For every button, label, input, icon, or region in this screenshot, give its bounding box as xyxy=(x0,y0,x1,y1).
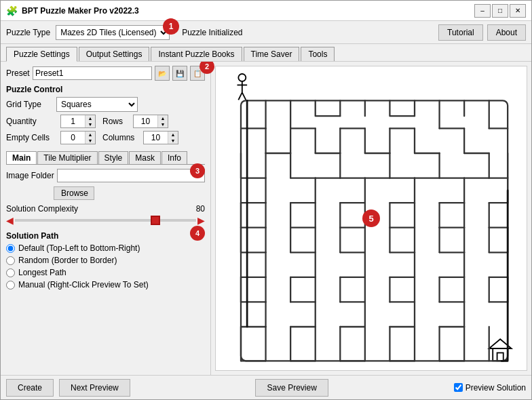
browse-button[interactable]: Browse xyxy=(54,186,94,200)
solution-complexity-row: Solution Complexity 80 xyxy=(6,204,205,214)
puzzle-control-section: Puzzle Control Grid Type Squares Hexagon… xyxy=(6,85,205,147)
radio-manual-input[interactable] xyxy=(6,281,15,289)
quantity-label: Quantity xyxy=(6,117,54,126)
quantity-down[interactable]: ▼ xyxy=(86,121,95,127)
slider-thumb[interactable] xyxy=(151,216,160,225)
quantity-up[interactable]: ▲ xyxy=(86,115,95,121)
badge-1: 1 xyxy=(163,18,179,35)
inner-tab-main[interactable]: Main xyxy=(6,151,37,164)
title-bar: 🧩 BPT Puzzle Maker Pro v2022.3 – □ ✕ xyxy=(1,1,531,21)
inner-tabs: Main Tile Multiplier Style Mask Info xyxy=(6,151,205,165)
rows-value[interactable] xyxy=(134,117,157,126)
grid-type-row: Grid Type Squares Hexagonal Triangular xyxy=(6,97,205,112)
preset-open-button[interactable]: 📂 xyxy=(155,66,170,81)
empty-cols-row: Empty Cells ▲ ▼ Columns ▲ ▼ xyxy=(6,131,205,144)
about-button[interactable]: About xyxy=(487,24,526,41)
preset-row: Preset 📂 💾 📋 2 xyxy=(6,66,205,81)
content-area: Preset 📂 💾 📋 2 Puzzle Control Grid Type xyxy=(1,62,531,375)
close-button[interactable]: ✕ xyxy=(510,4,526,18)
radio-manual-label: Manual (Right-Click Preview To Set) xyxy=(18,280,149,289)
app-title: BPT Puzzle Maker Pro v2022.3 xyxy=(22,6,470,16)
rows-spinner[interactable]: ▲ ▼ xyxy=(133,115,168,128)
rows-label: Rows xyxy=(102,117,126,126)
radio-longest: Longest Path xyxy=(6,268,205,277)
preview-solution-checkbox[interactable] xyxy=(454,383,463,392)
slider-left-arrow[interactable]: ◀ xyxy=(6,215,14,226)
inner-tab-mask[interactable]: Mask xyxy=(129,151,161,164)
preset-input[interactable] xyxy=(33,66,152,80)
tab-time-saver[interactable]: Time Saver xyxy=(244,47,300,61)
quantity-value[interactable] xyxy=(61,117,85,126)
radio-manual: Manual (Right-Click Preview To Set) xyxy=(6,280,205,289)
image-folder-row: Image Folder xyxy=(6,169,205,182)
solution-complexity-section: Solution Complexity 80 ◀ ▶ xyxy=(6,204,205,226)
puzzle-type-select[interactable]: Mazes 2D Tiles (Licensed) xyxy=(56,25,170,40)
tab-output-settings[interactable]: Output Settings xyxy=(79,47,150,61)
solution-path-group: 4 Solution Path Default (Top-Left to Bot… xyxy=(6,231,205,289)
inner-tab-tile-multiplier[interactable]: Tile Multiplier xyxy=(37,151,97,164)
bottom-bar: Create Next Preview Save Preview Preview… xyxy=(1,375,531,399)
slider-right-arrow[interactable]: ▶ xyxy=(197,215,205,226)
badge-4: 4 xyxy=(190,226,205,241)
header-buttons: Tutorial About xyxy=(438,24,526,41)
quantity-arrows: ▲ ▼ xyxy=(85,115,95,127)
solution-complexity-value: 80 xyxy=(188,204,205,214)
radio-random-input[interactable] xyxy=(6,256,15,265)
columns-value[interactable] xyxy=(144,133,168,142)
empty-cells-value[interactable] xyxy=(61,133,85,142)
puzzle-type-label: Puzzle Type xyxy=(6,28,50,37)
main-tab-content: 3 Image Folder Browse Solution Complexit… xyxy=(6,169,205,294)
next-preview-button[interactable]: Next Preview xyxy=(59,379,130,397)
quantity-rows-row: Quantity ▲ ▼ Rows ▲ ▼ xyxy=(6,115,205,128)
tab-puzzle-settings[interactable]: Puzzle Settings xyxy=(6,47,77,62)
slider-track[interactable] xyxy=(15,219,196,222)
columns-up[interactable]: ▲ xyxy=(168,132,178,138)
inner-tab-style[interactable]: Style xyxy=(98,151,129,164)
toolbar: Puzzle Type Mazes 2D Tiles (Licensed) 1 … xyxy=(1,21,531,44)
inner-tab-info[interactable]: Info xyxy=(162,151,187,164)
slider-container: ◀ ▶ xyxy=(6,215,205,226)
columns-label: Columns xyxy=(102,133,136,142)
main-window: 🧩 BPT Puzzle Maker Pro v2022.3 – □ ✕ Puz… xyxy=(0,0,532,400)
create-button[interactable]: Create xyxy=(6,379,54,397)
empty-cells-up[interactable]: ▲ xyxy=(86,132,95,138)
radio-default-label: Default (Top-Left to Bottom-Right) xyxy=(18,243,140,253)
preset-label: Preset xyxy=(6,68,30,78)
right-panel: 5 xyxy=(211,62,531,375)
save-preview-button[interactable]: Save Preview xyxy=(255,379,328,397)
rows-up[interactable]: ▲ xyxy=(158,115,168,121)
empty-cells-spinner[interactable]: ▲ ▼ xyxy=(60,131,96,144)
maximize-button[interactable]: □ xyxy=(492,4,508,18)
tab-instant-puzzle-books[interactable]: Instant Puzzle Books xyxy=(151,47,242,61)
window-controls: – □ ✕ xyxy=(474,4,526,18)
columns-down[interactable]: ▼ xyxy=(168,138,178,144)
columns-spinner[interactable]: ▲ ▼ xyxy=(143,131,178,144)
empty-cells-down[interactable]: ▼ xyxy=(86,138,95,144)
tab-tools[interactable]: Tools xyxy=(301,47,335,61)
preview-solution-container: Preview Solution xyxy=(454,383,526,393)
maze-container: 5 xyxy=(215,66,527,371)
radio-default: Default (Top-Left to Bottom-Right) xyxy=(6,243,205,253)
rows-arrows: ▲ ▼ xyxy=(157,115,168,127)
grid-type-label: Grid Type xyxy=(6,100,54,109)
app-icon: 🧩 xyxy=(6,5,18,16)
radio-default-input[interactable] xyxy=(6,244,15,253)
radio-longest-label: Longest Path xyxy=(18,268,66,277)
radio-random: Random (Border to Border) xyxy=(6,256,205,265)
rows-down[interactable]: ▼ xyxy=(158,121,168,127)
radio-random-label: Random (Border to Border) xyxy=(18,256,117,265)
tutorial-button[interactable]: Tutorial xyxy=(438,24,483,41)
grid-type-select[interactable]: Squares Hexagonal Triangular xyxy=(56,97,138,112)
main-tabs: Puzzle Settings Output Settings Instant … xyxy=(1,44,531,62)
image-folder-input[interactable] xyxy=(57,169,205,182)
empty-cells-arrows: ▲ ▼ xyxy=(85,132,95,144)
left-panel: Preset 📂 💾 📋 2 Puzzle Control Grid Type xyxy=(1,62,211,375)
minimize-button[interactable]: – xyxy=(474,4,491,18)
quantity-spinner[interactable]: ▲ ▼ xyxy=(60,115,96,128)
solution-complexity-label: Solution Complexity xyxy=(6,204,185,214)
radio-longest-input[interactable] xyxy=(6,268,15,277)
preset-save-button[interactable]: 💾 xyxy=(172,66,187,81)
preview-solution-label: Preview Solution xyxy=(466,383,526,393)
status-text: Puzzle Initialized xyxy=(175,28,433,37)
columns-arrows: ▲ ▼ xyxy=(168,132,178,144)
